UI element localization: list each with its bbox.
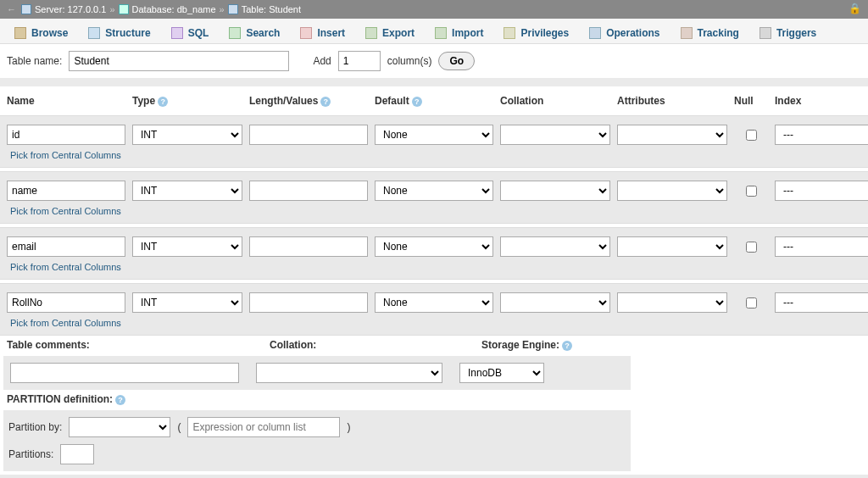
- help-icon[interactable]: ?: [412, 97, 422, 107]
- tab-privileges[interactable]: Privileges: [494, 22, 578, 43]
- lock-icon[interactable]: 🔒: [849, 3, 861, 14]
- storage-engine-select[interactable]: InnoDB: [459, 363, 544, 383]
- tab-triggers[interactable]: Triggers: [750, 22, 826, 43]
- tab-browse[interactable]: Browse: [5, 22, 77, 43]
- field-index-select[interactable]: ---: [775, 236, 868, 257]
- database-icon: [119, 4, 129, 14]
- field-type-select[interactable]: INT: [132, 125, 242, 145]
- footer-bar: Preview SQL Save: [0, 475, 868, 478]
- back-arrow[interactable]: ←: [7, 4, 16, 14]
- field-length-input[interactable]: [249, 181, 368, 201]
- field-type-select[interactable]: INT: [132, 292, 242, 313]
- browse-icon: [14, 27, 26, 39]
- hdr-attributes: Attributes: [617, 95, 727, 107]
- field-attributes-select[interactable]: [617, 125, 727, 145]
- field-row: INTNone---Pick from Central Columns: [0, 115, 868, 168]
- add-label: Add: [313, 55, 331, 67]
- partition-by-select[interactable]: [69, 417, 170, 437]
- table-comments-input[interactable]: [10, 363, 239, 383]
- go-button[interactable]: Go: [438, 52, 475, 70]
- tab-export[interactable]: Export: [356, 22, 424, 43]
- tab-search[interactable]: Search: [220, 22, 289, 43]
- pick-central-columns-link[interactable]: Pick from Central Columns: [10, 262, 861, 272]
- pick-central-columns-link[interactable]: Pick from Central Columns: [10, 150, 861, 160]
- field-length-input[interactable]: [249, 292, 368, 313]
- pick-central-columns-link[interactable]: Pick from Central Columns: [10, 206, 861, 216]
- field-length-input[interactable]: [249, 125, 368, 145]
- field-name-input[interactable]: [7, 125, 125, 145]
- field-name-input[interactable]: [7, 236, 125, 257]
- field-index-select[interactable]: ---: [775, 292, 868, 313]
- collation-select[interactable]: [256, 363, 442, 383]
- crumb-database-label: Database: db_name: [132, 4, 216, 14]
- search-icon: [229, 27, 241, 39]
- partition-def-label: PARTITION definition:?: [0, 390, 868, 410]
- add-count-input[interactable]: [338, 51, 381, 71]
- pick-central-columns-link[interactable]: Pick from Central Columns: [10, 318, 861, 328]
- partitions-row: Partitions:: [3, 441, 631, 468]
- partition-by-label: Partition by:: [8, 421, 62, 433]
- columns-label: column(s): [387, 55, 432, 67]
- hdr-type: Type?: [132, 95, 242, 107]
- crumb-table-label: Table: Student: [242, 4, 301, 14]
- field-collation-select[interactable]: [500, 292, 610, 313]
- field-row: INTNone---Pick from Central Columns: [0, 283, 868, 336]
- tab-tracking-label: Tracking: [698, 27, 739, 39]
- field-attributes-select[interactable]: [617, 181, 727, 201]
- tab-structure-label: Structure: [105, 27, 150, 39]
- privileges-icon: [504, 27, 515, 39]
- partitions-label: Partitions:: [8, 448, 53, 460]
- crumb-table[interactable]: Table: Student: [228, 4, 301, 14]
- field-null-checkbox[interactable]: [737, 186, 765, 197]
- partition-by-row: Partition by: ( ): [3, 414, 631, 441]
- field-index-select[interactable]: ---: [775, 181, 868, 201]
- export-icon: [365, 27, 377, 39]
- tab-structure[interactable]: Structure: [79, 22, 159, 43]
- tab-export-label: Export: [382, 27, 415, 39]
- field-null-checkbox[interactable]: [737, 130, 765, 141]
- field-null-checkbox[interactable]: [737, 297, 765, 308]
- field-collation-select[interactable]: [500, 125, 610, 145]
- help-icon[interactable]: ?: [115, 395, 125, 405]
- field-default-select[interactable]: None: [375, 125, 493, 145]
- tab-tracking[interactable]: Tracking: [671, 22, 748, 43]
- field-default-select[interactable]: None: [375, 292, 493, 313]
- field-row: INTNone---Pick from Central Columns: [0, 227, 868, 280]
- hdr-default: Default?: [375, 95, 493, 107]
- field-default-select[interactable]: None: [375, 236, 493, 257]
- field-collation-select[interactable]: [500, 236, 610, 257]
- partitions-input[interactable]: [60, 444, 94, 464]
- tab-strip: Browse Structure SQL Search Insert Expor…: [0, 19, 868, 44]
- help-icon[interactable]: ?: [562, 341, 572, 351]
- tab-search-label: Search: [246, 27, 280, 39]
- field-length-input[interactable]: [249, 236, 368, 257]
- tab-sql-label: SQL: [188, 27, 209, 39]
- tab-browse-label: Browse: [31, 27, 68, 39]
- tab-import[interactable]: Import: [426, 22, 492, 43]
- field-null-checkbox[interactable]: [737, 242, 765, 253]
- field-row: INTNone---Pick from Central Columns: [0, 171, 868, 224]
- crumb-server[interactable]: Server: 127.0.0.1: [21, 4, 106, 14]
- field-type-select[interactable]: INT: [132, 236, 242, 257]
- field-index-select[interactable]: ---: [775, 125, 868, 145]
- help-icon[interactable]: ?: [158, 97, 168, 107]
- field-attributes-select[interactable]: [617, 292, 727, 313]
- tab-import-label: Import: [452, 27, 483, 39]
- field-attributes-select[interactable]: [617, 236, 727, 257]
- operations-icon: [589, 27, 601, 39]
- crumb-database[interactable]: Database: db_name: [119, 4, 216, 14]
- field-name-input[interactable]: [7, 292, 125, 313]
- field-name-input[interactable]: [7, 181, 125, 201]
- structure-icon: [88, 27, 100, 39]
- table-name-input[interactable]: [69, 51, 289, 71]
- field-collation-select[interactable]: [500, 181, 610, 201]
- field-default-select[interactable]: None: [375, 181, 493, 201]
- tab-sql[interactable]: SQL: [162, 22, 219, 43]
- tab-operations[interactable]: Operations: [580, 22, 669, 43]
- field-type-select[interactable]: INT: [132, 181, 242, 201]
- help-icon[interactable]: ?: [320, 97, 331, 107]
- partition-expression-input[interactable]: [187, 417, 340, 437]
- table-comments-label: Table comments:: [7, 339, 244, 351]
- tab-insert[interactable]: Insert: [291, 22, 354, 43]
- server-icon: [21, 4, 31, 14]
